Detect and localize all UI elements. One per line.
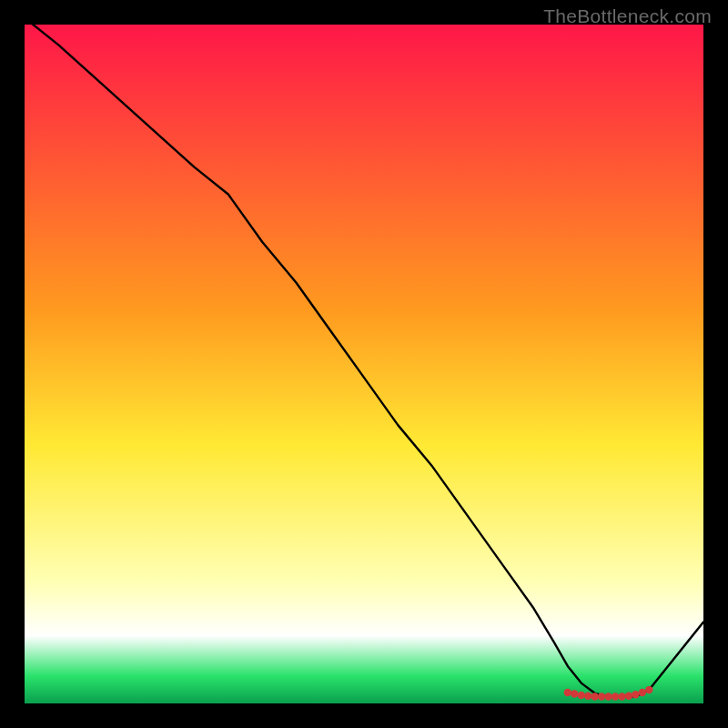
gradient-background xyxy=(25,25,703,703)
marker-dot xyxy=(639,689,646,696)
marker-dot xyxy=(625,693,632,700)
marker-dot xyxy=(591,693,598,700)
marker-dot xyxy=(584,693,592,700)
marker-dot xyxy=(604,693,612,700)
marker-dot xyxy=(571,690,578,697)
marker-dot xyxy=(645,686,652,693)
marker-dot xyxy=(598,693,605,700)
chart-container: TheBottleneck.com xyxy=(0,0,728,728)
marker-dot xyxy=(618,693,625,700)
chart-svg xyxy=(25,25,703,703)
plot-outer xyxy=(25,25,703,703)
marker-dot xyxy=(612,693,619,700)
plot-area xyxy=(25,25,703,703)
marker-dot xyxy=(578,692,585,699)
marker-dot xyxy=(564,689,571,696)
marker-dot xyxy=(632,691,639,698)
